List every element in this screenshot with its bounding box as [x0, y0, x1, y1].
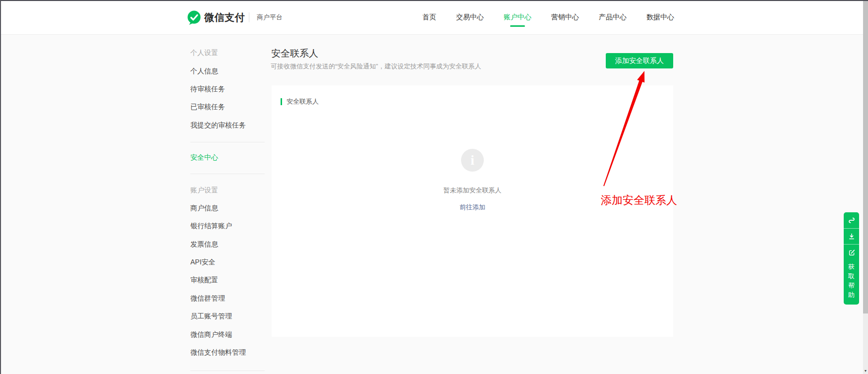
page-body: 个人设置 个人信息 待审核任务 已审核任务 我提交的审核任务 安全中心 账户设置… — [0, 35, 868, 374]
sidebar-item-personal-info[interactable]: 个人信息 — [190, 62, 265, 80]
nav-item-product-center[interactable]: 产品中心 — [599, 13, 627, 22]
sidebar-item-wechat-pay-materials-management[interactable]: 微信支付物料管理 — [190, 344, 265, 362]
logo-text: 微信支付 — [204, 11, 245, 24]
nav-item-data-center[interactable]: 数据中心 — [646, 13, 674, 22]
empty-state-text: 暂未添加安全联系人 — [444, 186, 502, 195]
window-edge-left — [0, 0, 1, 374]
sidebar-divider — [190, 371, 265, 371]
sidebar-item-security-center[interactable]: 安全中心 — [190, 149, 265, 167]
sidebar-divider — [190, 142, 265, 142]
annotation-label: 添加安全联系人 — [601, 193, 677, 208]
nav-item-home[interactable]: 首页 — [422, 13, 436, 22]
sidebar-item-reviewed-tasks[interactable]: 已审核任务 — [190, 98, 265, 116]
wechat-pay-logo-icon — [187, 10, 201, 25]
nav-item-transaction-center[interactable]: 交易中心 — [456, 13, 484, 22]
portal-label: 商户平台 — [257, 0, 283, 35]
get-help-label: 获取帮助 — [848, 262, 855, 300]
sidebar-group-account-settings: 账户设置 — [190, 181, 265, 199]
sidebar: 个人设置 个人信息 待审核任务 已审核任务 我提交的审核任务 安全中心 账户设置… — [190, 35, 265, 371]
sidebar-item-bank-settlement-account[interactable]: 银行结算账户 — [190, 217, 265, 235]
header: 微信支付 商户平台 首页 交易中心 账户中心 营销中心 产品中心 数据中心 — [0, 0, 868, 35]
sidebar-item-wechat-merchant-terminal[interactable]: 微信商户终端 — [190, 325, 265, 343]
sidebar-item-wechat-group-management[interactable]: 微信群管理 — [190, 290, 265, 308]
wechat-pay-logo[interactable]: 微信支付 — [187, 0, 245, 35]
sidebar-item-api-security[interactable]: API安全 — [190, 253, 265, 271]
sidebar-item-my-submitted-review-tasks[interactable]: 我提交的审核任务 — [190, 117, 265, 134]
add-security-contact-button[interactable]: 添加安全联系人 — [606, 53, 673, 68]
card-section-title: 安全联系人 — [287, 97, 319, 106]
sidebar-divider — [190, 174, 265, 174]
go-to-add-link[interactable]: 前往添加 — [460, 203, 485, 212]
nav-item-account-center[interactable]: 账户中心 — [504, 13, 531, 22]
nav-item-marketing-center[interactable]: 营销中心 — [551, 13, 579, 22]
link-icon[interactable] — [844, 212, 859, 228]
sidebar-item-review-config[interactable]: 审核配置 — [190, 271, 265, 289]
help-widget: 获取帮助 — [844, 212, 859, 305]
sidebar-group-personal-settings: 个人设置 — [190, 44, 265, 62]
top-nav: 首页 交易中心 账户中心 营销中心 产品中心 数据中心 — [422, 0, 674, 35]
scrollbar-thumb[interactable] — [863, 0, 868, 313]
page-description: 可接收微信支付发送的“安全风险通知”，建议设定技术同事成为安全联系人 — [271, 62, 481, 71]
scrollbar-track[interactable]: ▼ — [863, 0, 868, 374]
get-help-button[interactable]: 获取帮助 — [844, 260, 859, 305]
page-title: 安全联系人 — [271, 47, 318, 60]
sidebar-item-staff-account-management[interactable]: 员工账号管理 — [190, 308, 265, 325]
edit-icon[interactable] — [844, 244, 859, 260]
window-edge-top — [0, 0, 868, 1]
logo-separator — [249, 12, 249, 22]
sidebar-item-pending-review-tasks[interactable]: 待审核任务 — [190, 80, 265, 98]
section-accent-bar — [281, 98, 282, 105]
card-section-header: 安全联系人 — [281, 97, 673, 106]
info-icon: i — [461, 149, 484, 172]
sidebar-item-merchant-info[interactable]: 商户信息 — [190, 199, 265, 217]
security-contact-card: 安全联系人 i 暂未添加安全联系人 前往添加 — [272, 85, 673, 337]
scroll-down-arrow-icon[interactable]: ▼ — [863, 369, 868, 374]
download-icon[interactable] — [844, 228, 859, 244]
sidebar-item-invoice-info[interactable]: 发票信息 — [190, 236, 265, 253]
